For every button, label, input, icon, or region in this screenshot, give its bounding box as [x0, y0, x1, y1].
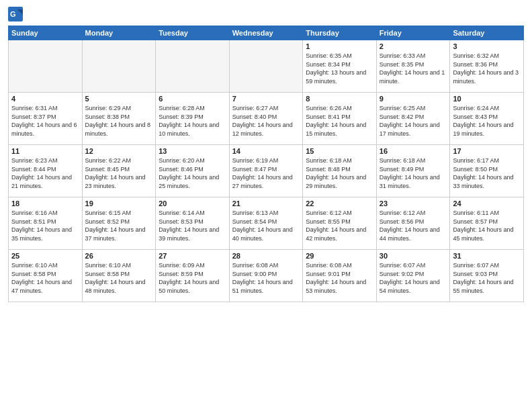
day-number: 13 — [159, 147, 226, 155]
table-row: 6Sunrise: 6:28 AMSunset: 8:39 PMDaylight… — [156, 93, 230, 145]
day-info: Sunrise: 6:14 AMSunset: 8:53 PMDaylight:… — [159, 209, 226, 242]
day-number: 6 — [159, 95, 226, 103]
day-info: Sunrise: 6:35 AMSunset: 8:34 PMDaylight:… — [306, 52, 373, 85]
day-number: 19 — [85, 199, 153, 208]
table-row: 18Sunrise: 6:16 AMSunset: 8:51 PMDayligh… — [9, 197, 83, 250]
day-info: Sunrise: 6:31 AMSunset: 8:37 PMDaylight:… — [11, 104, 79, 138]
table-row — [9, 40, 83, 93]
col-thursday: Thursday — [303, 26, 377, 40]
day-number: 14 — [232, 147, 300, 155]
day-info: Sunrise: 6:28 AMSunset: 8:39 PMDaylight:… — [159, 104, 226, 138]
col-wednesday: Wednesday — [229, 26, 303, 40]
table-row: 10Sunrise: 6:24 AMSunset: 8:43 PMDayligh… — [450, 93, 524, 145]
day-number: 9 — [380, 95, 447, 103]
day-info: Sunrise: 6:22 AMSunset: 8:45 PMDaylight:… — [85, 156, 153, 190]
day-number: 21 — [232, 199, 300, 208]
table-row: 11Sunrise: 6:23 AMSunset: 8:44 PMDayligh… — [9, 145, 83, 197]
day-info: Sunrise: 6:19 AMSunset: 8:47 PMDaylight:… — [232, 156, 300, 190]
table-row: 28Sunrise: 6:08 AMSunset: 9:00 PMDayligh… — [229, 250, 303, 302]
table-row: 7Sunrise: 6:27 AMSunset: 8:40 PMDaylight… — [229, 93, 303, 145]
day-info: Sunrise: 6:29 AMSunset: 8:38 PMDaylight:… — [85, 104, 153, 138]
table-row — [82, 40, 156, 93]
day-number: 7 — [232, 95, 300, 103]
calendar-week-row: 1Sunrise: 6:35 AMSunset: 8:34 PMDaylight… — [9, 40, 524, 93]
day-info: Sunrise: 6:11 AMSunset: 8:57 PMDaylight:… — [453, 209, 521, 242]
table-row: 8Sunrise: 6:26 AMSunset: 8:41 PMDaylight… — [303, 93, 377, 145]
day-number: 30 — [380, 252, 447, 260]
day-number: 20 — [159, 199, 226, 208]
col-saturday: Saturday — [450, 26, 524, 40]
day-info: Sunrise: 6:15 AMSunset: 8:52 PMDaylight:… — [85, 209, 153, 242]
table-row: 2Sunrise: 6:33 AMSunset: 8:35 PMDaylight… — [376, 40, 450, 93]
table-row: 16Sunrise: 6:18 AMSunset: 8:49 PMDayligh… — [376, 145, 450, 197]
col-monday: Monday — [82, 26, 156, 40]
table-row — [229, 40, 303, 93]
day-info: Sunrise: 6:24 AMSunset: 8:43 PMDaylight:… — [453, 104, 521, 138]
day-number: 31 — [453, 252, 521, 260]
day-number: 11 — [11, 147, 79, 155]
day-number: 2 — [380, 42, 447, 50]
table-row: 13Sunrise: 6:20 AMSunset: 8:46 PMDayligh… — [156, 145, 230, 197]
table-row: 22Sunrise: 6:12 AMSunset: 8:55 PMDayligh… — [303, 197, 377, 250]
day-number: 10 — [453, 95, 521, 103]
day-info: Sunrise: 6:10 AMSunset: 8:58 PMDaylight:… — [85, 261, 153, 295]
day-number: 5 — [85, 95, 153, 103]
day-number: 28 — [232, 252, 300, 260]
day-info: Sunrise: 6:18 AMSunset: 8:48 PMDaylight:… — [306, 156, 373, 190]
table-row: 24Sunrise: 6:11 AMSunset: 8:57 PMDayligh… — [450, 197, 524, 250]
day-info: Sunrise: 6:09 AMSunset: 8:59 PMDaylight:… — [159, 261, 226, 295]
day-info: Sunrise: 6:33 AMSunset: 8:35 PMDaylight:… — [380, 52, 447, 85]
table-row: 29Sunrise: 6:08 AMSunset: 9:01 PMDayligh… — [303, 250, 377, 302]
day-info: Sunrise: 6:26 AMSunset: 8:41 PMDaylight:… — [306, 104, 373, 138]
day-info: Sunrise: 6:16 AMSunset: 8:51 PMDaylight:… — [11, 209, 79, 242]
calendar-week-row: 25Sunrise: 6:10 AMSunset: 8:58 PMDayligh… — [9, 250, 524, 302]
day-info: Sunrise: 6:08 AMSunset: 9:01 PMDaylight:… — [306, 261, 373, 295]
general-blue-icon: G — [8, 7, 23, 21]
table-row: 1Sunrise: 6:35 AMSunset: 8:34 PMDaylight… — [303, 40, 377, 93]
table-row: 14Sunrise: 6:19 AMSunset: 8:47 PMDayligh… — [229, 145, 303, 197]
day-number: 25 — [11, 252, 79, 260]
table-row: 21Sunrise: 6:13 AMSunset: 8:54 PMDayligh… — [229, 197, 303, 250]
table-row: 12Sunrise: 6:22 AMSunset: 8:45 PMDayligh… — [82, 145, 156, 197]
day-number: 8 — [306, 95, 373, 103]
col-tuesday: Tuesday — [156, 26, 230, 40]
table-row: 31Sunrise: 6:07 AMSunset: 9:03 PMDayligh… — [450, 250, 524, 302]
page-header: G — [8, 7, 524, 21]
day-number: 4 — [11, 95, 79, 103]
logo: G — [8, 7, 26, 21]
calendar-week-row: 18Sunrise: 6:16 AMSunset: 8:51 PMDayligh… — [9, 197, 524, 250]
day-info: Sunrise: 6:18 AMSunset: 8:49 PMDaylight:… — [380, 156, 447, 190]
day-number: 3 — [453, 42, 521, 50]
calendar-week-row: 4Sunrise: 6:31 AMSunset: 8:37 PMDaylight… — [9, 93, 524, 145]
day-info: Sunrise: 6:25 AMSunset: 8:42 PMDaylight:… — [380, 104, 447, 138]
day-info: Sunrise: 6:07 AMSunset: 9:03 PMDaylight:… — [453, 261, 521, 295]
day-info: Sunrise: 6:10 AMSunset: 8:58 PMDaylight:… — [11, 261, 79, 295]
day-number: 26 — [85, 252, 153, 260]
calendar-header-row: Sunday Monday Tuesday Wednesday Thursday… — [9, 26, 524, 40]
calendar-week-row: 11Sunrise: 6:23 AMSunset: 8:44 PMDayligh… — [9, 145, 524, 197]
day-info: Sunrise: 6:12 AMSunset: 8:56 PMDaylight:… — [380, 209, 447, 242]
table-row: 26Sunrise: 6:10 AMSunset: 8:58 PMDayligh… — [82, 250, 156, 302]
table-row: 25Sunrise: 6:10 AMSunset: 8:58 PMDayligh… — [9, 250, 83, 302]
day-info: Sunrise: 6:08 AMSunset: 9:00 PMDaylight:… — [232, 261, 300, 295]
day-number: 27 — [159, 252, 226, 260]
table-row: 9Sunrise: 6:25 AMSunset: 8:42 PMDaylight… — [376, 93, 450, 145]
day-number: 1 — [306, 42, 373, 50]
day-info: Sunrise: 6:27 AMSunset: 8:40 PMDaylight:… — [232, 104, 300, 138]
day-number: 15 — [306, 147, 373, 155]
day-number: 23 — [380, 199, 447, 208]
table-row: 30Sunrise: 6:07 AMSunset: 9:02 PMDayligh… — [376, 250, 450, 302]
table-row: 3Sunrise: 6:32 AMSunset: 8:36 PMDaylight… — [450, 40, 524, 93]
table-row: 20Sunrise: 6:14 AMSunset: 8:53 PMDayligh… — [156, 197, 230, 250]
table-row: 17Sunrise: 6:17 AMSunset: 8:50 PMDayligh… — [450, 145, 524, 197]
table-row: 27Sunrise: 6:09 AMSunset: 8:59 PMDayligh… — [156, 250, 230, 302]
day-number: 24 — [453, 199, 521, 208]
day-info: Sunrise: 6:32 AMSunset: 8:36 PMDaylight:… — [453, 52, 521, 85]
col-sunday: Sunday — [9, 26, 83, 40]
day-number: 29 — [306, 252, 373, 260]
day-number: 22 — [306, 199, 373, 208]
day-number: 18 — [11, 199, 79, 208]
day-info: Sunrise: 6:13 AMSunset: 8:54 PMDaylight:… — [232, 209, 300, 242]
day-number: 17 — [453, 147, 521, 155]
calendar-table: Sunday Monday Tuesday Wednesday Thursday… — [8, 26, 524, 302]
